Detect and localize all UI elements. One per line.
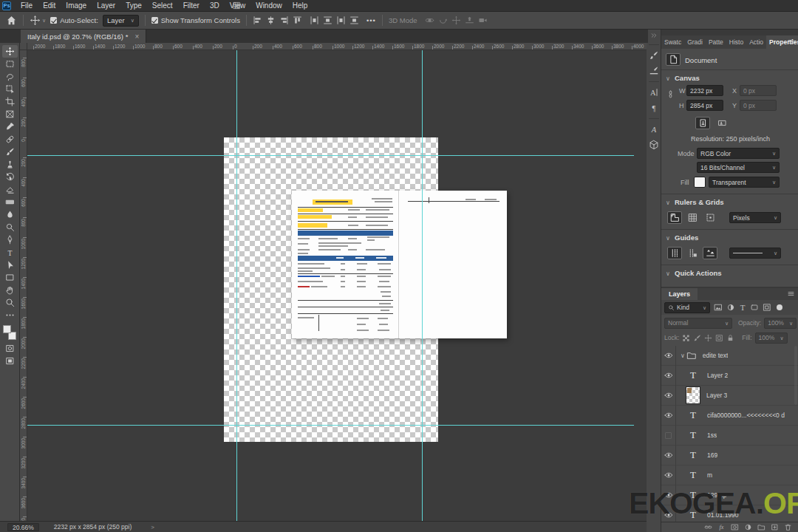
collapse-chevron-icon[interactable]: ∨ (666, 200, 670, 206)
distribute-left-edges-icon[interactable] (336, 16, 346, 25)
rulers-toggle-button[interactable] (667, 211, 682, 224)
tool-dodge[interactable] (2, 221, 18, 233)
document-tab[interactable]: Italy id.psd @ 20.7% (RGB/16) * × (21, 30, 146, 43)
layer-effects-icon[interactable]: fx (717, 523, 726, 531)
roll-3d-icon[interactable] (438, 16, 448, 25)
more-align-options[interactable]: ••• (366, 16, 376, 24)
layer-thumbnail[interactable] (686, 386, 700, 404)
layer-name[interactable]: 1ss (707, 432, 717, 439)
status-zoom-field[interactable]: 20.66% (7, 523, 39, 531)
menu-type[interactable]: Type (120, 0, 147, 12)
lock-all-icon[interactable] (726, 334, 734, 342)
tool-blur[interactable] (2, 208, 18, 221)
pan-3d-icon[interactable] (451, 16, 461, 25)
menu-file[interactable]: File (16, 0, 38, 12)
ruler-corner[interactable] (20, 43, 27, 50)
guide-vertical[interactable] (236, 50, 237, 521)
filter-kind-dropdown[interactable]: Kind ∨ (664, 302, 710, 313)
tool-more-tools[interactable] (2, 309, 18, 321)
materials-icon[interactable] (649, 140, 659, 150)
collapse-chevron-icon[interactable]: ∨ (666, 270, 670, 277)
fill-dropdown[interactable]: Transparent∨ (709, 177, 780, 188)
filter-shape-layers-icon[interactable] (750, 303, 759, 312)
menu-help[interactable]: Help (287, 0, 313, 12)
layer-row[interactable]: T 169 (661, 446, 798, 466)
fill-swatch[interactable] (694, 177, 706, 188)
layers-scrollbar[interactable] (794, 346, 797, 405)
filter-type-layers-icon[interactable]: T (739, 303, 746, 312)
lock-image-icon[interactable] (693, 334, 701, 342)
tab-layers[interactable]: Layers (661, 288, 698, 300)
distribute-h-icon[interactable] (310, 16, 319, 25)
layer-name[interactable]: 169 (707, 451, 717, 459)
orbit-3d-icon[interactable] (425, 16, 434, 25)
auto-select-dropdown[interactable]: Layer ∨ (103, 15, 139, 27)
menu-select[interactable]: Select (147, 0, 178, 12)
tool-path-selection[interactable] (2, 259, 18, 271)
guide-horizontal[interactable] (27, 155, 634, 156)
layer-name[interactable]: edite text (703, 352, 729, 359)
visibility-cell[interactable] (661, 386, 676, 406)
layer-row[interactable]: T cifa0000000...<<<<<<<<0 d (661, 406, 798, 426)
snap-toggle-button[interactable] (703, 211, 717, 224)
tab-swatc[interactable]: Swatc (661, 35, 684, 49)
height-field[interactable]: 2854 px (686, 100, 723, 111)
tool-healing-brush[interactable] (2, 133, 18, 146)
group-expand-chevron-icon[interactable]: ∨ (681, 352, 685, 359)
tab-histo[interactable]: Histo (726, 35, 746, 49)
guide-style-dropdown[interactable]: ∨ (729, 248, 781, 259)
layer-name[interactable]: Layer 3 (706, 392, 727, 399)
portrait-orientation-button[interactable] (695, 117, 710, 129)
workspace-grid-icon[interactable] (233, 1, 241, 10)
layer-row[interactable]: T m (661, 466, 798, 485)
align-center-h-icon[interactable] (266, 16, 276, 25)
color-swatches[interactable] (3, 325, 16, 340)
distribute-top-edges-icon[interactable] (349, 16, 359, 25)
tool-type[interactable]: T (2, 246, 18, 259)
panel-menu-icon[interactable] (787, 290, 795, 298)
eye-icon[interactable] (664, 351, 673, 360)
tool-eraser[interactable] (2, 183, 18, 196)
tool-quick-mask[interactable] (2, 342, 18, 355)
horizontal-ruler[interactable]: 2000 1800 1600 1400 1200 1000 800 600 40… (27, 43, 647, 50)
layer-name[interactable]: Layer 2 (707, 372, 728, 379)
eye-hidden-box[interactable] (665, 432, 672, 439)
tool-lasso[interactable] (2, 70, 18, 83)
character-icon[interactable]: A (649, 87, 659, 98)
lock-guides-button[interactable] (703, 247, 717, 259)
menu-window[interactable]: Window (250, 0, 287, 12)
eye-icon[interactable] (664, 371, 673, 380)
visibility-cell[interactable] (661, 426, 676, 446)
filter-adjustment-layers-icon[interactable] (726, 303, 735, 312)
menu-filter[interactable]: Filter (178, 0, 205, 12)
grid-toggle-button[interactable] (685, 211, 700, 224)
tool-marquee[interactable] (2, 58, 18, 70)
tool-hand[interactable] (2, 284, 18, 296)
bit-depth-dropdown[interactable]: 16 Bits/Channel∨ (697, 162, 780, 173)
layer-row[interactable]: Layer 3 (661, 386, 798, 406)
camera-3d-icon[interactable] (478, 16, 488, 25)
adjustment-layer-icon[interactable] (744, 523, 752, 531)
tab-patte[interactable]: Patte (706, 35, 726, 49)
show-transform-checkbox[interactable] (151, 17, 158, 24)
filter-toggle-icon[interactable] (777, 304, 782, 310)
collapse-panels-icon[interactable] (650, 32, 658, 39)
distribute-v-icon[interactable] (323, 16, 332, 25)
menu-3d[interactable]: 3D (205, 0, 225, 12)
layer-row[interactable]: T Layer 2 (661, 366, 798, 386)
chevron-down-icon[interactable]: ∨ (42, 18, 46, 23)
status-chevron-icon[interactable]: > (151, 524, 154, 531)
tool-history-brush[interactable] (2, 171, 18, 183)
tab-actio[interactable]: Actio (746, 35, 766, 49)
align-top-icon[interactable] (293, 16, 302, 25)
tool-screen-mode[interactable] (2, 355, 18, 367)
width-field[interactable]: 2232 px (686, 85, 723, 96)
layer-row[interactable]: T 1ss (661, 426, 798, 446)
collapse-chevron-icon[interactable]: ∨ (666, 75, 670, 82)
tool-object-selection[interactable] (2, 83, 18, 95)
foreground-color-swatch[interactable] (3, 325, 11, 333)
canvas-pasteboard[interactable] (27, 50, 647, 521)
lock-position-icon[interactable] (704, 334, 712, 342)
tool-frame[interactable] (2, 108, 18, 120)
new-layer-icon[interactable] (771, 523, 779, 531)
